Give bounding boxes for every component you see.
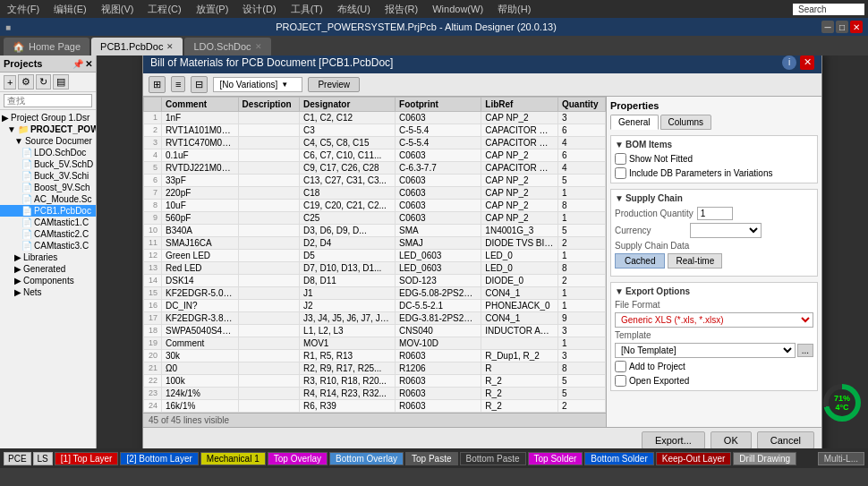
table-row[interactable]: 24 16k/1% R6, R39 R0603 R_2 2 — [144, 399, 606, 412]
pce-indicator[interactable]: PCE — [4, 452, 31, 465]
bom-items-title[interactable]: ▼ BOM Items — [615, 140, 813, 149]
table-row[interactable]: 23 124k/1% R4, R14, R23, R32... R0603 R_… — [144, 387, 606, 399]
tab-pcb1-close[interactable]: ✕ — [166, 42, 174, 51]
table-row[interactable]: 12 Green LED D5 LED_0603 LED_0 1 — [144, 249, 606, 261]
columns-button[interactable]: ⊟ — [191, 76, 208, 93]
layer-top[interactable]: [1] Top Layer — [55, 452, 119, 465]
menu-place[interactable]: 放置(P) — [192, 3, 233, 16]
tree-item-boost9v[interactable]: 📄 Boost_9V.Sch — [0, 182, 96, 193]
table-row[interactable]: 18 SWPA5040S4R7MT L1, L2, L3 CNS040 INDU… — [144, 324, 606, 337]
layer-keepout[interactable]: Keep-Out Layer — [656, 452, 732, 465]
sidebar-add-button[interactable]: + — [4, 75, 16, 90]
tree-item-cam1[interactable]: 📄 CAMtastic1.C — [0, 217, 96, 228]
tab-general[interactable]: General — [610, 115, 659, 130]
bom-table-wrap[interactable]: Comment Description Designator Footprint… — [143, 97, 606, 413]
tree-item-cam2[interactable]: 📄 CAMtastic2.C — [0, 228, 96, 240]
table-row[interactable]: 15 KF2EDGR-5.08-2P J1 EDG-5.08-2PS2FS...… — [144, 286, 606, 299]
realtime-button[interactable]: Real-time — [668, 253, 722, 269]
file-format-select[interactable]: Generic XLS (*.xls, *.xlsx) — [615, 312, 813, 328]
table-row[interactable]: 21 Ω0 R2, R9, R17, R25... R1206 R 8 — [144, 362, 606, 374]
multi-layer-indicator[interactable]: Multi-L... — [818, 452, 864, 465]
tree-item-buck5v[interactable]: 📄 Buck_5V.SchD — [0, 158, 96, 170]
tree-item-ac-moude[interactable]: 📄 AC_Moude.Sc — [0, 193, 96, 205]
col-description[interactable]: Description — [238, 97, 299, 111]
menu-project[interactable]: 工程(C) — [144, 3, 184, 16]
close-button[interactable]: ✕ — [850, 21, 863, 33]
tab-columns[interactable]: Columns — [660, 115, 711, 130]
table-row[interactable]: 10 B340A D3, D6, D9, D... SMA 1N4001G_3 … — [144, 224, 606, 236]
col-comment[interactable]: Comment — [162, 97, 239, 111]
col-designator[interactable]: Designator — [300, 97, 396, 111]
preview-button[interactable]: Preview — [308, 77, 360, 92]
tree-item-project-power[interactable]: ▼ 📁 PROJECT_POWER — [0, 124, 96, 135]
tree-item-project-group[interactable]: ▶ Project Group 1.Dsr — [0, 112, 96, 124]
show-not-fitted-checkbox[interactable] — [615, 153, 626, 165]
tree-item-libraries[interactable]: ▶ Libraries — [0, 252, 96, 263]
col-quantity[interactable]: Quantity — [557, 97, 605, 111]
col-footprint[interactable]: Footprint — [396, 97, 481, 111]
menu-route[interactable]: 布线(U) — [334, 3, 374, 16]
layer-top-solder[interactable]: Top Solder — [528, 452, 583, 465]
sidebar-remove-button[interactable]: ⚙ — [18, 74, 34, 90]
table-row[interactable]: 19 Comment MOV1 MOV-10D 1 — [144, 337, 606, 349]
table-row[interactable]: 20 30k R1, R5, R13 R0603 R_Dup1, R_2 3 — [144, 349, 606, 362]
layer-drill[interactable]: Drill Drawing — [733, 452, 796, 465]
template-browse-button[interactable]: ... — [797, 344, 813, 357]
table-row[interactable]: 9 560pF C25 C0603 CAP NP_2 1 — [144, 211, 606, 224]
menu-design[interactable]: 设计(D) — [239, 3, 279, 16]
maximize-button[interactable]: □ — [836, 21, 848, 33]
menu-help[interactable]: 帮助(H) — [494, 3, 534, 16]
menu-edit[interactable]: 编辑(E) — [50, 3, 90, 16]
ok-button[interactable]: OK — [711, 431, 752, 449]
tree-item-generated[interactable]: ▶ Generated — [0, 263, 96, 275]
tab-pcb1[interactable]: PCB1.PcbDoc ✕ — [91, 38, 183, 55]
table-row[interactable]: 17 KF2EDGR-3.81-2P J3, J4, J5, J6, J7, J… — [144, 311, 606, 324]
include-db-checkbox[interactable] — [615, 167, 626, 179]
tab-ldo[interactable]: LDO.SchDoc ✕ — [184, 38, 270, 55]
table-row[interactable]: 22 100k R3, R10, R18, R20... R0603 R_2 5 — [144, 374, 606, 387]
menu-report[interactable]: 报告(R) — [381, 3, 421, 16]
menu-view[interactable]: 视图(V) — [98, 3, 138, 16]
table-row[interactable]: 4 0.1uF C6, C7, C10, C11... C0603 CAP NP… — [144, 149, 606, 161]
supply-chain-title[interactable]: ▼ Supply Chain — [615, 193, 813, 203]
add-to-project-checkbox[interactable] — [615, 361, 626, 372]
layer-top-overlay[interactable]: Top Overlay — [268, 452, 328, 465]
table-row[interactable]: 8 10uF C19, C20, C21, C2... C0603 CAP NP… — [144, 199, 606, 211]
ls-indicator[interactable]: LS — [33, 452, 53, 465]
col-libref[interactable]: LibRef — [481, 97, 558, 111]
tree-item-nets[interactable]: ▶ Nets — [0, 286, 96, 298]
sidebar-filter-button[interactable]: ▤ — [53, 74, 69, 90]
layer-top-paste[interactable]: Top Paste — [405, 452, 457, 465]
tab-homepage[interactable]: 🏠 Home Page — [4, 38, 89, 55]
sidebar-refresh-button[interactable]: ↻ — [36, 74, 51, 90]
currency-select[interactable] — [690, 223, 762, 238]
variations-dropdown[interactable]: [No Variations] ▼ — [213, 77, 302, 92]
layer-bottom-solder[interactable]: Bottom Solder — [584, 452, 653, 465]
menu-window[interactable]: Window(W) — [429, 4, 487, 14]
table-row[interactable]: 5 RVTDJ221M0605 C9, C17, C26, C28 C-6.3-… — [144, 161, 606, 174]
dialog-close-button[interactable]: ✕ — [800, 55, 814, 70]
table-row[interactable]: 1 1nF C1, C2, C12 C0603 CAP NP_2 3 — [144, 111, 606, 124]
tab-ldo-close[interactable]: ✕ — [255, 42, 262, 51]
export-button[interactable]: Export... — [642, 431, 705, 449]
minimize-button[interactable]: ─ — [821, 21, 834, 33]
tree-item-components[interactable]: ▶ Components — [0, 275, 96, 286]
dialog-info-button[interactable]: i — [782, 55, 796, 70]
grid-view-button[interactable]: ⊞ — [149, 76, 166, 93]
open-exported-checkbox[interactable] — [615, 375, 626, 387]
layer-bottom-paste[interactable]: Bottom Paste — [460, 452, 526, 465]
table-row[interactable]: 11 SMAJ16CA D2, D4 SMAJ DIODE TVS BI-DIR… — [144, 236, 606, 249]
layer-mechanical[interactable]: Mechanical 1 — [200, 452, 266, 465]
table-row[interactable]: 2 RVT1A101M0505 C3 C-5-5.4 CAPACITOR POL… — [144, 124, 606, 136]
tree-item-source[interactable]: ▼ Source Documer — [0, 135, 96, 147]
tree-item-cam3[interactable]: 📄 CAMtastic3.C — [0, 240, 96, 252]
table-row[interactable]: 13 Red LED D7, D10, D13, D1... LED_0603 … — [144, 261, 606, 274]
list-view-button[interactable]: ≡ — [171, 76, 185, 92]
sidebar-pin-icon[interactable]: 📌 — [72, 59, 83, 69]
table-row[interactable]: 14 DSK14 D8, D11 SOD-123 DIODE_0 2 — [144, 274, 606, 286]
table-row[interactable]: 6 33pF C13, C27, C31, C3... C0603 CAP NP… — [144, 174, 606, 186]
search-bar[interactable]: Search — [793, 4, 864, 15]
tree-item-ldo[interactable]: 📄 LDO.SchDoc — [0, 147, 96, 158]
sidebar-search-input[interactable] — [4, 94, 92, 107]
tree-item-buck3v[interactable]: 📄 Buck_3V.Schi — [0, 170, 96, 182]
